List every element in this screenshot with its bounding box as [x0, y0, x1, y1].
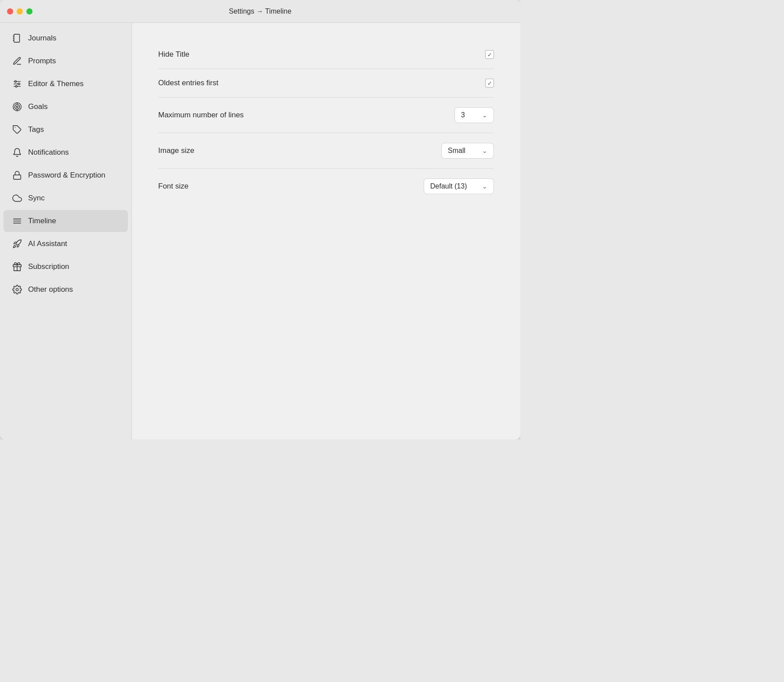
oldest-entries-label: Oldest entries first [158, 79, 218, 87]
setting-row-hide-title: Hide Title [158, 40, 494, 69]
chevron-down-icon: ⌄ [482, 112, 487, 119]
sidebar-label-tags: Tags [28, 125, 44, 134]
sidebar-label-subscription: Subscription [28, 262, 69, 271]
max-lines-label: Maximum number of lines [158, 111, 244, 120]
sidebar-label-other-options: Other options [28, 285, 73, 294]
svg-point-22 [16, 288, 18, 291]
svg-point-7 [15, 81, 17, 83]
sidebar-item-notifications[interactable]: Notifications [4, 141, 128, 163]
image-size-control: Small ⌄ [441, 143, 494, 159]
svg-point-11 [15, 105, 20, 109]
sidebar-item-ai-assistant[interactable]: AI Assistant [4, 233, 128, 255]
close-button[interactable] [7, 8, 13, 15]
sidebar-label-editor-themes: Editor & Themes [28, 80, 83, 88]
sidebar-item-timeline[interactable]: Timeline [4, 210, 128, 232]
oldest-entries-control [485, 79, 494, 87]
sidebar-item-goals[interactable]: Goals [4, 96, 128, 118]
font-size-dropdown[interactable]: Default (13) ⌄ [424, 178, 494, 194]
sidebar-item-other-options[interactable]: Other options [4, 279, 128, 301]
svg-point-12 [16, 106, 18, 108]
max-lines-value: 3 [461, 111, 465, 119]
sidebar: Journals Prompts [0, 23, 132, 439]
sidebar-item-password-encryption[interactable]: Password & Encryption [4, 164, 128, 186]
timeline-icon [12, 216, 22, 226]
font-size-value: Default (13) [430, 182, 467, 190]
svg-point-9 [15, 86, 17, 87]
gear-icon [12, 285, 22, 294]
cloud-icon [12, 193, 22, 203]
max-lines-dropdown[interactable]: 3 ⌄ [454, 107, 494, 123]
image-size-value: Small [448, 147, 465, 155]
sidebar-label-password-encryption: Password & Encryption [28, 171, 105, 180]
hide-title-control [485, 50, 494, 59]
image-size-label: Image size [158, 146, 194, 155]
gift-icon [12, 262, 22, 272]
rocket-icon [12, 239, 22, 249]
setting-row-max-lines: Maximum number of lines 3 ⌄ [158, 98, 494, 133]
content-area: Journals Prompts [0, 23, 520, 439]
traffic-lights [7, 8, 33, 15]
chevron-down-icon: ⌄ [482, 183, 487, 190]
main-content: Hide Title Oldest entries first Maximum … [132, 23, 520, 439]
target-icon [12, 102, 22, 112]
pencil-icon [12, 56, 22, 66]
lock-icon [12, 170, 22, 180]
setting-row-image-size: Image size Small ⌄ [158, 133, 494, 169]
svg-rect-16 [14, 175, 21, 179]
oldest-entries-checkbox[interactable] [485, 79, 494, 87]
hide-title-label: Hide Title [158, 50, 189, 59]
setting-row-font-size: Font size Default (13) ⌄ [158, 169, 494, 204]
chevron-down-icon: ⌄ [482, 147, 487, 154]
svg-rect-0 [14, 34, 20, 42]
bell-icon [12, 148, 22, 157]
sidebar-item-editor-themes[interactable]: Editor & Themes [4, 73, 128, 95]
max-lines-control: 3 ⌄ [454, 107, 494, 123]
titlebar: Settings → Timeline [0, 0, 520, 23]
sidebar-label-notifications: Notifications [28, 148, 69, 157]
sidebar-label-sync: Sync [28, 194, 45, 203]
font-size-control: Default (13) ⌄ [424, 178, 494, 194]
hide-title-checkbox[interactable] [485, 50, 494, 59]
image-size-dropdown[interactable]: Small ⌄ [441, 143, 494, 159]
sidebar-label-ai-assistant: AI Assistant [28, 239, 67, 248]
sidebar-item-prompts[interactable]: Prompts [4, 50, 128, 72]
sidebar-item-journals[interactable]: Journals [4, 27, 128, 49]
sliders-icon [12, 79, 22, 89]
sidebar-label-journals: Journals [28, 34, 56, 43]
sidebar-item-subscription[interactable]: Subscription [4, 256, 128, 278]
svg-point-8 [18, 83, 20, 85]
window-title: Settings → Timeline [229, 7, 291, 15]
sidebar-label-timeline: Timeline [28, 217, 56, 225]
journal-icon [12, 33, 22, 43]
maximize-button[interactable] [26, 8, 33, 15]
font-size-label: Font size [158, 182, 189, 191]
sidebar-item-sync[interactable]: Sync [4, 187, 128, 209]
setting-row-oldest-entries: Oldest entries first [158, 69, 494, 98]
sidebar-label-prompts: Prompts [28, 57, 56, 65]
sidebar-item-tags[interactable]: Tags [4, 119, 128, 141]
app-window: Settings → Timeline Journals [0, 0, 520, 439]
sidebar-label-goals: Goals [28, 102, 47, 111]
tag-icon [12, 125, 22, 134]
minimize-button[interactable] [17, 8, 23, 15]
